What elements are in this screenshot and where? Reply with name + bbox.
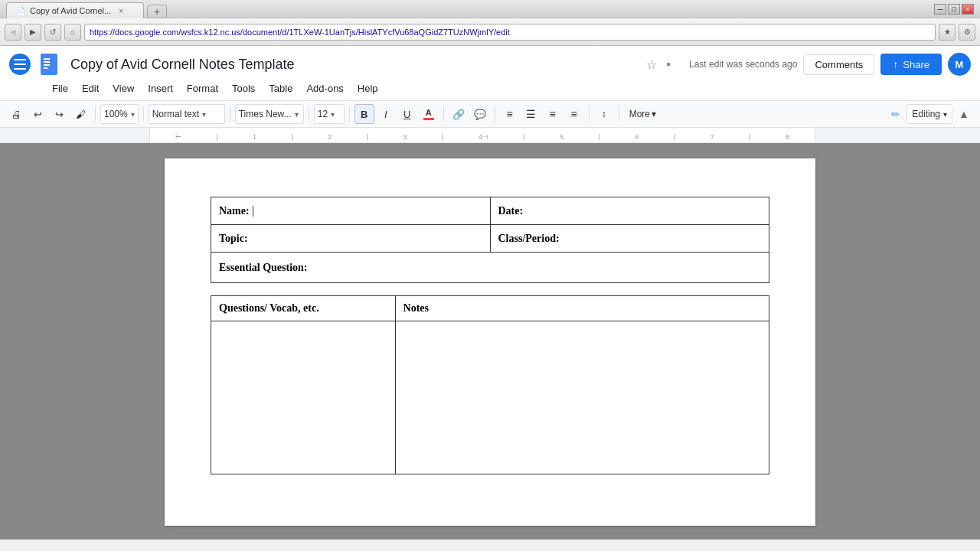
svg-rect-3: [44, 64, 50, 66]
italic-button[interactable]: I: [376, 104, 396, 124]
line-spacing-button[interactable]: ↕: [594, 104, 614, 124]
font-value: Times New...: [239, 109, 292, 119]
active-browser-tab[interactable]: 📄 Copy of Avid Cornel... ×: [6, 2, 144, 18]
separator-9: [619, 106, 619, 122]
star-button[interactable]: ☆: [646, 57, 657, 72]
menu-file[interactable]: File: [46, 80, 74, 97]
text-color-button[interactable]: A: [419, 104, 439, 124]
date-label: Date:: [498, 205, 524, 217]
menu-tools[interactable]: Tools: [226, 80, 261, 97]
tab-favicon: 📄: [16, 7, 25, 15]
insert-comment-button[interactable]: 💬: [470, 104, 490, 124]
align-left-button[interactable]: ≡: [500, 104, 520, 124]
style-arrow-icon: ▾: [202, 110, 206, 119]
questions-vocab-header: Questions/ Vocab, etc.: [211, 296, 396, 321]
menu-format[interactable]: Format: [181, 80, 224, 97]
back-button[interactable]: ◀: [5, 24, 21, 41]
align-center-button[interactable]: ☰: [521, 104, 541, 124]
zoom-value: 100%: [104, 109, 128, 119]
svg-rect-1: [44, 58, 50, 60]
paint-format-button[interactable]: 🖌: [70, 104, 90, 124]
topic-cell[interactable]: Topic:: [211, 225, 491, 253]
underline-icon: U: [403, 109, 410, 120]
header-table: Name: Date: Topic: Class/Period:: [211, 197, 769, 253]
menu-help[interactable]: Help: [351, 80, 384, 97]
docs-logo: [37, 52, 61, 77]
new-tab-button[interactable]: +: [147, 5, 167, 18]
class-period-cell[interactable]: Class/Period:: [490, 225, 769, 253]
menu-table[interactable]: Table: [263, 80, 299, 97]
insert-link-button[interactable]: 🔗: [449, 104, 469, 124]
collapse-toolbar-button[interactable]: ▲: [954, 104, 974, 124]
name-label: Name:: [219, 205, 250, 217]
questions-vocab-cell[interactable]: [211, 321, 396, 474]
document-title[interactable]: Copy of Avid Cornell Notes Template: [70, 57, 637, 73]
separator-2: [143, 106, 144, 122]
home-button[interactable]: ⌂: [64, 24, 81, 41]
more-label: More: [629, 109, 650, 119]
menu-view[interactable]: View: [106, 80, 140, 97]
more-button[interactable]: More ▾: [624, 104, 662, 124]
share-icon: ↑: [893, 58, 898, 70]
svg-rect-4: [44, 67, 47, 69]
separator-4: [309, 106, 309, 122]
minimize-button[interactable]: ─: [934, 4, 946, 15]
hamburger-menu-icon[interactable]: [9, 54, 31, 75]
pencil-icon: ✏: [885, 104, 905, 124]
forward-button[interactable]: ▶: [24, 24, 41, 41]
redo-button[interactable]: ↪: [49, 104, 69, 124]
address-text: https://docs.google.com/wsfcs.k12.nc.us/…: [90, 28, 510, 37]
maximize-button[interactable]: □: [948, 4, 960, 15]
menu-addons[interactable]: Add-ons: [300, 80, 349, 97]
folder-button[interactable]: ▪: [666, 57, 671, 71]
bookmark-button[interactable]: ★: [939, 24, 956, 41]
reload-button[interactable]: ↺: [44, 24, 61, 41]
notes-cell[interactable]: [395, 321, 769, 474]
user-avatar[interactable]: M: [948, 53, 971, 76]
zoom-select[interactable]: 100% ▾: [100, 104, 139, 124]
print-button[interactable]: 🖨: [6, 104, 26, 124]
window-controls: ─ □ ×: [934, 4, 974, 15]
tab-title: Copy of Avid Cornel...: [30, 6, 111, 15]
last-edit-status: Last edit was seconds ago: [689, 59, 797, 70]
justify-button[interactable]: ≡: [564, 104, 584, 124]
essential-question-label: Essential Question:: [219, 262, 308, 274]
svg-rect-2: [44, 61, 50, 63]
name-cell[interactable]: Name:: [211, 197, 491, 225]
separator-3: [230, 106, 230, 122]
essential-question-box[interactable]: Essential Question:: [211, 253, 769, 283]
extensions-button[interactable]: ⚙: [959, 24, 975, 41]
tab-close-btn[interactable]: ×: [119, 7, 123, 15]
style-select[interactable]: Normal text ▾: [149, 104, 225, 124]
more-arrow-icon: ▾: [652, 109, 656, 119]
font-arrow-icon: ▾: [295, 110, 299, 119]
class-period-label: Class/Period:: [498, 233, 560, 244]
separator-7: [495, 106, 495, 122]
date-cell[interactable]: Date:: [490, 197, 769, 225]
share-label: Share: [903, 59, 929, 70]
comments-button[interactable]: Comments: [803, 54, 874, 75]
menu-insert[interactable]: Insert: [142, 80, 179, 97]
editing-mode-label: Editing: [912, 109, 940, 119]
align-right-button[interactable]: ≡: [543, 104, 563, 124]
ruler-marks: ⊢|1| 2|3| 4⊣|5| 6|7|8: [150, 133, 815, 142]
bold-icon: B: [361, 109, 368, 120]
topic-label: Topic:: [219, 233, 248, 244]
bold-button[interactable]: B: [354, 104, 374, 124]
close-button[interactable]: ×: [962, 4, 974, 15]
notes-header: Notes: [395, 296, 769, 321]
underline-button[interactable]: U: [397, 104, 417, 124]
zoom-arrow-icon: ▾: [131, 110, 135, 119]
editing-mode-select[interactable]: Editing ▾: [906, 104, 952, 124]
menu-edit[interactable]: Edit: [76, 80, 105, 97]
separator-8: [589, 106, 590, 122]
undo-button[interactable]: ↩: [28, 104, 47, 124]
editing-mode-arrow-icon: ▾: [943, 110, 947, 119]
address-bar[interactable]: https://docs.google.com/wsfcs.k12.nc.us/…: [84, 24, 936, 41]
separator-5: [349, 106, 350, 122]
font-select[interactable]: Times New... ▾: [235, 104, 304, 124]
share-button[interactable]: ↑ Share: [880, 54, 942, 75]
notes-table: Questions/ Vocab, etc. Notes: [211, 295, 769, 474]
text-cursor: [253, 206, 253, 217]
size-select[interactable]: 12 ▾: [314, 104, 345, 124]
